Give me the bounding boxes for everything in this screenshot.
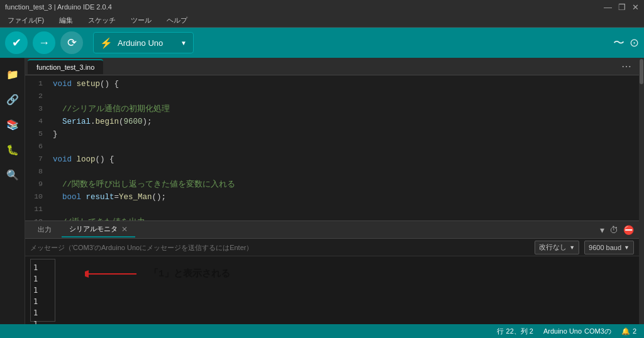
sidebar-item-debug[interactable]: 🐛 [1,138,24,161]
editor-scrollbar-thumb [640,59,643,84]
serial-line: 1 [33,262,52,273]
panel-clear-icon[interactable]: ⛔ [623,225,634,235]
lineending-selector[interactable]: 改行なし ▼ [535,241,579,254]
code-editor[interactable]: 1 void setup() { 2 3 //シリアル通信の初期化処理 4 Se… [25,75,639,221]
search-icon: 🔍 [6,169,19,181]
files-icon: 📁 [6,68,19,80]
code-line-10: 10 bool result=Yes_Man(); [25,191,639,204]
plotter-button[interactable]: 〜 [613,35,625,50]
tab-output[interactable]: 出力 [30,222,59,237]
sidebar-item-libraries[interactable]: 📚 [1,113,24,136]
code-line-8: 8 [25,166,639,178]
status-port-label: COM3の [584,327,611,336]
panel-collapse-icon[interactable]: ▾ [600,225,604,235]
serial-output-numbers: 1 1 1 1 1 1 1 [30,259,55,322]
serial-line: 1 [33,319,52,324]
menu-item[interactable]: 編集 [57,14,75,26]
tab-output-label: 出力 [38,225,52,234]
status-bar-right: 行 22、列 2 Arduino Uno COM3の 🔔 2 [497,327,636,336]
tab-serial-monitor-label: シリアルモニタ [69,224,118,234]
verify-button[interactable]: ✔ [5,31,28,54]
notification-count: 2 [633,327,636,335]
board-icon: ⚡ [100,37,113,49]
sidebar-item-boards[interactable]: 🔗 [1,88,24,111]
bottom-panel: 出力 シリアルモニタ ✕ ▾ ⏱ ⛔ 改行なし ▼ [25,221,639,324]
file-tabs: function_test_3.ino ⋯ [25,58,639,75]
menu-item[interactable]: スケッチ [86,14,118,26]
sidebar-item-files[interactable]: 📁 [1,63,24,85]
panel-clock-icon[interactable]: ⏱ [609,225,618,235]
tab-serial-monitor-close[interactable]: ✕ [121,225,128,234]
libraries-icon: 📚 [6,119,19,131]
annotation: 「1」と表示される [85,268,230,280]
code-line-11: 11 [25,204,639,216]
title-bar-controls: — ❐ ✕ [604,3,639,12]
status-position: 行 22、列 2 [497,327,533,336]
menu-bar: ファイル(F)編集スケッチツールヘルプ [0,14,644,28]
menu-item[interactable]: ヘルプ [164,14,190,26]
board-selector[interactable]: ⚡ Arduino Uno ▼ [93,32,194,53]
title-bar-text: function_test_3 | Arduino IDE 2.0.4 [5,3,112,11]
annotation-text: 「1」と表示される [149,268,230,280]
serial-monitor-button[interactable]: ⊙ [630,36,639,50]
annotation-arrow [85,268,142,280]
content: function_test_3.ino ⋯ 1 void setup() { 2… [25,58,639,324]
close-button[interactable]: ✕ [632,3,639,12]
bottom-tabs-right: ▾ ⏱ ⛔ [600,225,634,235]
baud-value: 9600 baud [589,244,621,251]
menu-item[interactable]: ツール [128,14,154,26]
main-layout: 📁 🔗 📚 🐛 🔍 function_test_3.ino ⋯ 1 [0,58,644,324]
toolbar-right: 〜 ⊙ [613,35,639,50]
status-notification[interactable]: 🔔 2 [621,327,636,335]
title-bar: function_test_3 | Arduino IDE 2.0.4 — ❐ … [0,0,644,14]
notification-icon: 🔔 [621,327,630,335]
serial-message-input[interactable] [30,244,530,251]
serial-line: 1 [33,273,52,285]
sidebar-item-search[interactable]: 🔍 [1,163,24,186]
serial-output[interactable]: 1 1 1 1 1 1 1 [25,256,639,324]
lineending-value: 改行なし [539,243,567,252]
serial-line: 1 [33,296,52,307]
debugger-button[interactable]: ⟳ [60,31,83,54]
status-bar: 行 22、列 2 Arduino Uno COM3の 🔔 2 [0,324,644,338]
boards-icon: 🔗 [6,94,19,106]
code-line-7: 7 void loop() { [25,153,639,166]
status-board: Arduino Uno COM3の [543,327,611,336]
code-line-12: 12 //返してきた値を出力 [25,216,639,221]
code-line-6: 6 [25,141,639,153]
toolbar: ✔ → ⟳ ⚡ Arduino Uno ▼ 〜 ⊙ [0,28,644,58]
tab-serial-monitor[interactable]: シリアルモニタ ✕ [62,222,135,237]
editor-scrollbar[interactable] [639,58,644,324]
debug-icon: 🐛 [6,144,19,156]
code-line-2: 2 [25,90,639,103]
file-tab-active[interactable]: function_test_3.ino [28,59,103,74]
restore-button[interactable]: ❐ [618,3,626,12]
baud-selector[interactable]: 9600 baud ▼ [584,241,634,254]
code-line-4: 4 Serial.begin(9600); [25,116,639,128]
sidebar: 📁 🔗 📚 🐛 🔍 [0,58,25,324]
status-board-label: Arduino Uno [543,327,582,335]
serial-line: 1 [33,285,52,296]
board-dropdown-arrow: ▼ [180,40,187,46]
code-line-5: 5 } [25,128,639,141]
tab-more-button[interactable]: ⋯ [616,60,636,72]
code-line-3: 3 //シリアル通信の初期化処理 [25,103,639,116]
minimize-button[interactable]: — [604,3,612,12]
serial-input-bar: 改行なし ▼ 9600 baud ▼ [25,239,639,256]
serial-line: 1 [33,307,52,319]
code-line-9: 9 //関数を呼び出し返ってきた値を変数に入れる [25,178,639,191]
upload-button[interactable]: → [33,31,55,54]
file-tab-name: function_test_3.ino [36,63,94,71]
board-name: Arduino Uno [118,38,163,48]
code-line-1: 1 void setup() { [25,78,639,90]
bottom-tabs: 出力 シリアルモニタ ✕ ▾ ⏱ ⛔ [25,221,639,239]
menu-item[interactable]: ファイル(F) [5,14,47,26]
